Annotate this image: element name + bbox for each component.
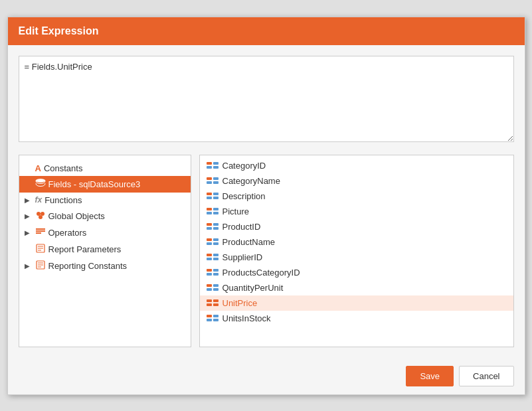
- svg-rect-28: [213, 208, 219, 210]
- svg-rect-47: [207, 284, 212, 287]
- tree-item-constants[interactable]: A Constants: [19, 161, 191, 176]
- svg-rect-26: [213, 197, 219, 199]
- label-reporting-constants: Reporting Constants: [48, 261, 128, 271]
- field-item-UnitsInStock[interactable]: UnitsInStock: [200, 311, 513, 326]
- svg-rect-30: [213, 212, 219, 214]
- tree-item-operators[interactable]: ▶ Operators: [19, 224, 191, 241]
- svg-rect-17: [207, 166, 212, 169]
- tree-item-reporting-constants[interactable]: ▶ Reporting Constants: [19, 258, 191, 274]
- svg-rect-36: [213, 238, 219, 241]
- field-label-ProductID: ProductID: [222, 222, 261, 232]
- field-item-CategoryName[interactable]: CategoryName: [200, 173, 513, 189]
- field-label-Description: Description: [222, 191, 266, 201]
- svg-rect-16: [213, 162, 219, 165]
- field-icon-Picture: [207, 207, 219, 215]
- field-item-Picture[interactable]: Picture: [200, 204, 513, 219]
- svg-rect-6: [36, 232, 41, 234]
- svg-rect-42: [213, 258, 219, 260]
- field-item-QuantityPerUnit[interactable]: QuantityPerUnit: [200, 280, 513, 295]
- svg-rect-39: [207, 254, 212, 256]
- label-report-params: Report Parameters: [48, 244, 122, 254]
- svg-rect-5: [36, 230, 45, 232]
- svg-rect-31: [207, 223, 212, 226]
- expression-textarea[interactable]: = Fields.UnitPrice: [19, 56, 514, 142]
- icon-report-params: [35, 244, 46, 255]
- field-icon-SupplierID: [207, 253, 219, 261]
- field-label-QuantityPerUnit: QuantityPerUnit: [222, 283, 284, 293]
- tree-item-global-objects[interactable]: ▶ Global Objects: [19, 208, 191, 224]
- label-constants: Constants: [44, 163, 83, 173]
- icon-constants: A: [35, 163, 41, 173]
- dialog-body: = Fields.UnitPrice A Constants: [8, 45, 525, 358]
- field-icon-ProductsCategoryID: [207, 268, 219, 276]
- fields-list: CategoryID CategoryName Description: [200, 155, 513, 329]
- tree-item-fields[interactable]: Fields - sqlDataSource3: [19, 176, 191, 193]
- field-label-SupplierID: SupplierID: [222, 252, 263, 262]
- field-item-CategoryID[interactable]: CategoryID: [200, 158, 513, 173]
- svg-rect-23: [207, 193, 212, 195]
- svg-rect-35: [207, 238, 212, 241]
- field-label-UnitsInStock: UnitsInStock: [222, 313, 271, 323]
- svg-rect-48: [213, 284, 219, 287]
- icon-fields: [35, 179, 46, 190]
- field-label-ProductName: ProductName: [222, 237, 275, 247]
- bottom-section: A Constants Fields - sqlDataSource3: [19, 155, 514, 347]
- cancel-button[interactable]: Cancel: [459, 366, 513, 386]
- field-icon-CategoryID: [207, 161, 219, 169]
- svg-rect-49: [207, 288, 212, 291]
- field-icon-QuantityPerUnit: [207, 284, 219, 291]
- field-icon-CategoryName: [207, 177, 219, 185]
- label-global-objects: Global Objects: [48, 211, 105, 221]
- save-button[interactable]: Save: [406, 366, 454, 386]
- icon-operators: [35, 227, 46, 238]
- tree-item-report-params[interactable]: Report Parameters: [19, 241, 191, 258]
- svg-rect-52: [213, 299, 219, 302]
- svg-rect-46: [213, 273, 219, 276]
- svg-rect-22: [213, 181, 219, 184]
- arrow-operators: ▶: [25, 229, 33, 236]
- field-item-ProductID[interactable]: ProductID: [200, 219, 513, 234]
- field-label-CategoryID: CategoryID: [222, 161, 266, 171]
- field-item-UnitPrice[interactable]: UnitPrice: [200, 295, 513, 311]
- tree-item-functions[interactable]: ▶ fx Functions: [19, 193, 191, 208]
- dialog-title: Edit Expression: [19, 25, 99, 37]
- label-operators: Operators: [48, 228, 87, 238]
- svg-rect-34: [213, 227, 219, 230]
- field-item-ProductName[interactable]: ProductName: [200, 234, 513, 250]
- edit-expression-dialog: Edit Expression = Fields.UnitPrice A Con…: [7, 17, 525, 395]
- field-item-ProductsCategoryID[interactable]: ProductsCategoryID: [200, 265, 513, 280]
- svg-rect-43: [207, 269, 212, 272]
- label-functions: Functions: [44, 195, 82, 205]
- field-label-CategoryName: CategoryName: [222, 176, 280, 186]
- svg-point-0: [36, 179, 45, 182]
- right-panel: CategoryID CategoryName Description: [199, 155, 514, 347]
- svg-point-3: [39, 215, 43, 219]
- field-label-Picture: Picture: [222, 206, 249, 216]
- svg-rect-51: [207, 299, 212, 302]
- field-item-SupplierID[interactable]: SupplierID: [200, 250, 513, 265]
- svg-rect-40: [213, 254, 219, 256]
- svg-rect-15: [207, 162, 212, 165]
- icon-global-objects: [35, 210, 46, 222]
- icon-reporting-constants: [35, 260, 46, 272]
- svg-rect-53: [207, 303, 212, 306]
- svg-rect-45: [207, 273, 212, 276]
- field-icon-ProductName: [207, 238, 219, 246]
- svg-rect-25: [207, 197, 212, 199]
- dialog-footer: Save Cancel: [8, 358, 525, 394]
- field-icon-Description: [207, 192, 219, 200]
- dialog-header: Edit Expression: [8, 17, 525, 45]
- field-icon-ProductID: [207, 222, 219, 230]
- field-label-ProductsCategoryID: ProductsCategoryID: [222, 268, 300, 278]
- svg-point-2: [41, 212, 44, 216]
- svg-rect-50: [213, 288, 219, 291]
- field-item-Description[interactable]: Description: [200, 189, 513, 204]
- svg-rect-24: [213, 193, 219, 195]
- svg-rect-21: [207, 181, 212, 184]
- field-label-UnitPrice: UnitPrice: [222, 298, 258, 308]
- svg-rect-29: [207, 212, 212, 214]
- svg-rect-56: [213, 315, 219, 317]
- arrow-reporting-constants: ▶: [25, 262, 33, 270]
- icon-functions: fx: [35, 195, 43, 205]
- svg-rect-38: [213, 242, 219, 245]
